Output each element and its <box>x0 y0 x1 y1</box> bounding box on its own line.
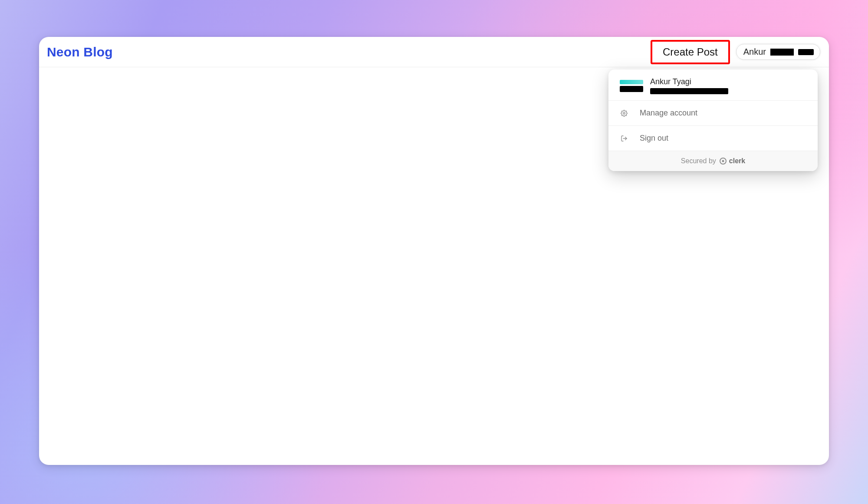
create-post-button[interactable]: Create Post <box>653 43 727 62</box>
avatar <box>798 49 814 55</box>
main-content-area <box>39 67 829 465</box>
user-chip-name: Ankur <box>743 47 766 57</box>
topbar: Neon Blog Create Post Ankur <box>39 37 829 67</box>
brand-link[interactable]: Neon Blog <box>47 45 113 59</box>
redacted-text <box>770 49 794 56</box>
create-post-highlight: Create Post <box>651 40 730 64</box>
app-window: Neon Blog Create Post Ankur Ankur Tyagi <box>39 37 829 465</box>
user-chip[interactable]: Ankur <box>736 44 820 60</box>
